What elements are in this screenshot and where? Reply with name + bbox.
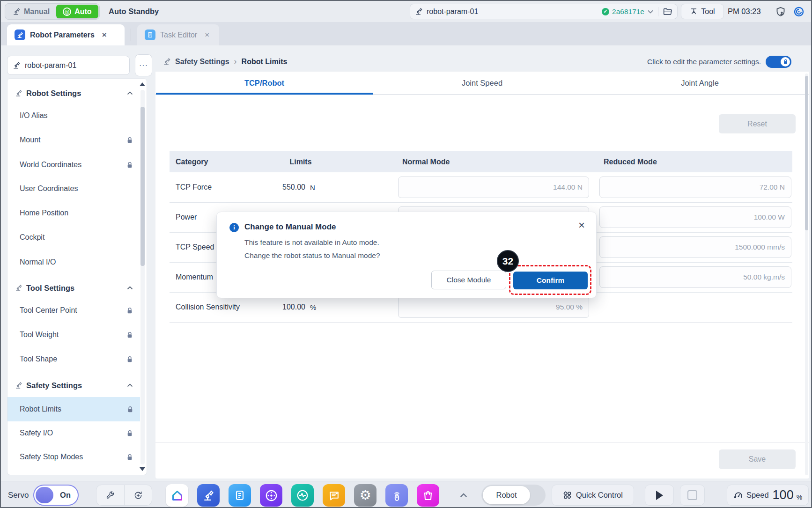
robot-arm-icon (15, 89, 22, 97)
parameter-name-input[interactable]: robot-param-01 (7, 56, 130, 75)
settings-nav-panel: Robot Settings I/O Alias Mount World Coo… (7, 78, 147, 475)
sidebar-item-io-alias[interactable]: I/O Alias (7, 107, 140, 124)
sidebar-item-safety-io[interactable]: Safety I/O (7, 425, 140, 442)
manual-mode-button[interactable]: Manual (6, 5, 56, 18)
item-label: Normal I/O (20, 258, 56, 266)
reduced-mode-input[interactable]: 50.00 kg.m/s (599, 266, 791, 288)
close-module-label: Close Module (447, 276, 491, 284)
app-log-icon[interactable] (323, 484, 345, 507)
sync-add-button[interactable] (124, 485, 152, 505)
edit-lock-toggle[interactable] (766, 56, 791, 68)
item-label: I/O Alias (20, 111, 48, 120)
tab-label: Task Editor (160, 31, 197, 39)
app-task-icon[interactable] (229, 484, 251, 507)
wrench-button[interactable] (96, 485, 124, 505)
chevron-up-icon[interactable] (127, 383, 133, 387)
dialog-body-line1: This feature is not available in Auto mo… (244, 238, 379, 247)
save-button[interactable]: Save (719, 449, 796, 469)
sidebar-scrollbar-thumb[interactable] (140, 107, 145, 266)
breadcrumb-section[interactable]: Safety Settings (175, 58, 229, 66)
session-group[interactable]: robot-param-01 ✓ 2a68171e (410, 4, 678, 19)
scroll-down-arrow[interactable] (140, 467, 145, 471)
tab-divider (131, 29, 131, 41)
app-home-icon[interactable] (166, 484, 188, 507)
quick-control-button[interactable]: Quick Control (552, 485, 634, 506)
sidebar-item-user-coordinates[interactable]: User Coordinates (7, 180, 140, 197)
tab-task-editor[interactable]: Task Editor × (137, 24, 219, 45)
dialog-body-line2: Change the robot status to Manual mode? (244, 251, 380, 260)
reset-label: Reset (747, 120, 767, 128)
chevron-up-icon[interactable] (127, 91, 133, 95)
app-settings-icon[interactable]: ⚙ (354, 484, 376, 507)
check-circle-icon: ✓ (602, 8, 609, 15)
lock-icon (126, 331, 133, 339)
normal-mode-input[interactable]: 95.00 % (398, 296, 589, 318)
main-scrollbar-thumb[interactable] (805, 76, 808, 230)
tab-joint-speed[interactable]: Joint Speed (373, 72, 591, 95)
security-shield-icon[interactable] (775, 6, 786, 17)
stop-button[interactable] (680, 485, 705, 506)
app-remote-icon[interactable] (385, 484, 408, 507)
app-robot-icon[interactable] (197, 484, 220, 507)
dock-collapse-chevron[interactable] (460, 481, 467, 508)
folder-open-icon[interactable] (663, 7, 672, 15)
normal-mode-input[interactable]: 144.00 N (398, 177, 589, 198)
app-monitor-icon[interactable] (291, 484, 314, 507)
app-tab-strip: Robot Parameters × Task Editor × (1, 22, 811, 45)
tab-joint-angle[interactable]: Joint Angle (591, 72, 809, 95)
servo-toggle[interactable]: On (33, 485, 79, 506)
app-store-icon[interactable] (417, 484, 439, 507)
robot-file-icon (13, 61, 21, 69)
speedometer-icon (733, 490, 744, 501)
sidebar-item-tool-weight[interactable]: Tool Weight (7, 326, 140, 343)
play-button[interactable] (645, 485, 674, 506)
sidebar-item-tool-center-point[interactable]: Tool Center Point (7, 302, 140, 319)
lock-icon (126, 162, 133, 169)
tab-robot-parameters[interactable]: Robot Parameters × (7, 24, 125, 45)
sidebar-item-tool-shape[interactable]: Tool Shape (7, 351, 140, 368)
item-label: Robot Limits (20, 405, 61, 413)
tool-button[interactable]: Tool (681, 4, 724, 19)
tab-tcp-robot[interactable]: TCP/Robot (155, 72, 373, 95)
item-label: Mount (20, 136, 40, 144)
tab-label: TCP/Robot (244, 79, 284, 88)
sidebar-item-safety-stop-modes[interactable]: Safety Stop Modes (7, 449, 140, 465)
robot-sim-toggle[interactable]: Robot (481, 485, 546, 506)
section-safety-settings[interactable]: Safety Settings (7, 377, 140, 394)
chevron-down-icon[interactable] (648, 10, 653, 14)
scroll-up-arrow[interactable] (140, 82, 145, 86)
col-limits: Limits (263, 151, 338, 172)
more-options-button[interactable]: ··· (135, 54, 152, 76)
speed-label: Speed (746, 491, 769, 500)
close-module-button[interactable]: Close Module (431, 271, 506, 289)
sidebar-item-world-coordinates[interactable]: World Coordinates (7, 156, 140, 173)
sidebar-item-home-position[interactable]: Home Position (7, 205, 140, 221)
auto-mode-button[interactable]: @ Auto (56, 5, 98, 18)
sidebar-item-normal-io[interactable]: Normal I/O (7, 254, 140, 271)
reduced-mode-input[interactable]: 100.00 W (599, 206, 791, 228)
sidebar-item-mount[interactable]: Mount (7, 132, 140, 148)
section-tool-settings[interactable]: Tool Settings (7, 280, 140, 296)
close-icon[interactable]: × (102, 30, 107, 40)
section-robot-settings[interactable]: Robot Settings (7, 85, 140, 102)
sidebar-item-robot-limits[interactable]: Robot Limits (7, 397, 140, 421)
chevron-up-icon[interactable] (127, 286, 133, 290)
reduced-mode-input[interactable]: 1500.000 mm/s (599, 236, 791, 258)
sidebar-item-cockpit[interactable]: Cockpit (7, 229, 140, 246)
recovery-target-icon[interactable] (793, 6, 805, 17)
item-label: Tool Weight (20, 331, 59, 339)
app-jog-icon[interactable] (260, 484, 282, 507)
reset-button[interactable]: Reset (719, 114, 796, 133)
reduced-mode-input[interactable]: 72.00 N (599, 177, 791, 198)
robot-status-text: Auto Standby (109, 1, 159, 22)
ellipsis-icon: ··· (139, 61, 148, 70)
dialog-close-icon[interactable]: × (578, 220, 585, 231)
divider (658, 7, 658, 16)
close-icon[interactable]: × (205, 30, 209, 40)
speed-control-button[interactable]: Speed 100 % (727, 485, 809, 506)
quick-control-icon (563, 491, 572, 500)
lock-icon (126, 454, 133, 461)
row-category: Power (176, 202, 197, 232)
lock-icon (126, 430, 133, 437)
session-robot-name: robot-param-01 (427, 7, 478, 16)
